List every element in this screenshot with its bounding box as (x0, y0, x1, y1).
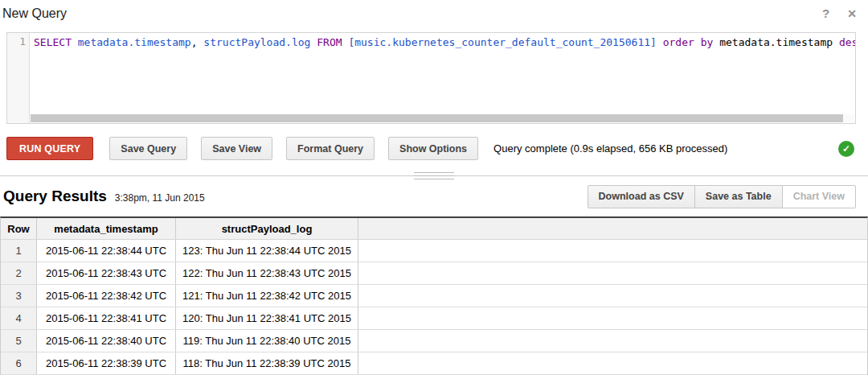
button-save-query[interactable]: Save Query (109, 137, 187, 160)
code-token-field: structPayload.log (203, 36, 310, 48)
code-token-keyword: SELECT (34, 36, 72, 48)
data-cell: 121: Thu Jun 11 22:38:42 UTC 2015 (176, 285, 358, 307)
query-toolbar: RUN QUERY Save QuerySave ViewFormat Quer… (6, 137, 856, 160)
results-header: Query Results 3:38pm, 11 Jun 2015 Downlo… (0, 176, 868, 216)
results-buttons: Download as CSVSave as TableChart View (588, 185, 856, 208)
data-cell: 122: Thu Jun 11 22:38:43 UTC 2015 (176, 262, 358, 284)
code-token-plain (657, 36, 663, 48)
row-number-cell: 1 (1, 240, 37, 262)
query-code-line[interactable]: SELECT metadata.timestamp, structPayload… (34, 35, 855, 49)
code-token-keyword: by (701, 36, 714, 48)
table-row: 42015-06-11 22:38:41 UTC120: Thu Jun 11 … (1, 307, 867, 330)
editor-gutter: 1 (7, 33, 30, 123)
row-number-cell: 5 (1, 330, 37, 352)
button-save-as-table[interactable]: Save as Table (694, 185, 783, 208)
toolbar-buttons: Save QuerySave ViewFormat QueryShow Opti… (109, 137, 492, 160)
results-title: Query Results (3, 188, 107, 205)
button-chart-view: Chart View (782, 185, 856, 208)
data-cell: 2015-06-11 22:38:39 UTC (37, 352, 176, 374)
run-query-button[interactable]: RUN QUERY (6, 137, 93, 160)
help-icon[interactable]: ? (821, 6, 831, 21)
line-number: 1 (7, 35, 26, 47)
splitter-handle-icon[interactable] (414, 172, 454, 179)
data-cell: 2015-06-11 22:38:40 UTC (37, 330, 176, 352)
editor-code-area[interactable]: SELECT metadata.timestamp, structPayload… (31, 33, 855, 123)
column-header-metadata-timestamp: metadata_timestamp (37, 218, 176, 239)
table-body: 12015-06-11 22:38:44 UTC123: Thu Jun 11 … (1, 240, 867, 375)
panel-divider (0, 175, 868, 176)
data-cell: 2015-06-11 22:38:44 UTC (37, 240, 176, 262)
header-filler-cell (358, 218, 867, 239)
row-filler-cell (358, 307, 867, 329)
row-filler-cell (358, 330, 867, 352)
table-row: 22015-06-11 22:38:43 UTC122: Thu Jun 11 … (1, 262, 867, 285)
column-header-structpayload-log: structPayload_log (176, 218, 358, 239)
editor-hscrollbar-thumb[interactable] (31, 114, 843, 122)
table-row: 62015-06-11 22:38:39 UTC118: Thu Jun 11 … (1, 352, 867, 375)
data-cell: 2015-06-11 22:38:43 UTC (37, 262, 176, 284)
data-cell: 2015-06-11 22:38:42 UTC (37, 285, 176, 307)
code-token-plain (694, 36, 701, 48)
row-filler-cell (358, 352, 867, 374)
code-token-keyword: desc (839, 36, 855, 48)
code-token-plain (72, 36, 78, 48)
query-success-icon: ✓ (838, 141, 854, 157)
data-cell: 119: Thu Jun 11 22:38:40 UTC 2015 (176, 330, 358, 352)
row-number-cell: 3 (1, 285, 37, 307)
query-editor[interactable]: 1 SELECT metadata.timestamp, structPaylo… (6, 32, 856, 124)
code-token-keyword: order (663, 36, 694, 48)
code-token-field: [music.kubernetes_counter_default_count_… (348, 36, 657, 48)
button-download-as-csv[interactable]: Download as CSV (588, 185, 695, 208)
button-show-options[interactable]: Show Options (388, 137, 478, 160)
button-save-view[interactable]: Save View (201, 137, 272, 160)
results-table: Rowmetadata_timestampstructPayload_log 1… (0, 216, 868, 375)
row-number-cell: 2 (1, 262, 37, 284)
data-cell: 123: Thu Jun 11 22:38:44 UTC 2015 (176, 240, 358, 262)
table-row: 12015-06-11 22:38:44 UTC123: Thu Jun 11 … (1, 240, 867, 262)
code-token-plain: metadata.timestamp (713, 36, 839, 48)
editor-hscrollbar[interactable] (31, 114, 854, 122)
data-cell: 118: Thu Jun 11 22:38:39 UTC 2015 (176, 352, 358, 374)
code-token-field: metadata.timestamp (78, 36, 191, 48)
row-filler-cell (358, 262, 867, 284)
table-row: 52015-06-11 22:38:40 UTC119: Thu Jun 11 … (1, 330, 867, 352)
data-cell: 120: Thu Jun 11 22:38:41 UTC 2015 (176, 307, 358, 329)
table-row: 32015-06-11 22:38:42 UTC121: Thu Jun 11 … (1, 285, 867, 307)
row-number-cell: 6 (1, 352, 37, 374)
code-token-keyword: FROM (317, 36, 342, 48)
page-title: New Query (2, 6, 67, 21)
data-cell: 2015-06-11 22:38:41 UTC (37, 307, 176, 329)
button-format-query[interactable]: Format Query (286, 137, 375, 160)
panel-header: New Query ? ✕ (0, 0, 868, 32)
row-filler-cell (358, 240, 867, 262)
code-token-plain: , (191, 36, 204, 48)
table-header-row: Rowmetadata_timestampstructPayload_log (1, 218, 867, 240)
row-filler-cell (358, 285, 867, 307)
results-timestamp: 3:38pm, 11 Jun 2015 (115, 192, 205, 204)
close-icon[interactable]: ✕ (845, 6, 858, 21)
query-status-text: Query complete (0.9s elapsed, 656 KB pro… (493, 142, 727, 155)
results-title-block: Query Results 3:38pm, 11 Jun 2015 (3, 188, 205, 205)
column-header-row: Row (1, 218, 37, 239)
row-number-cell: 4 (1, 307, 37, 329)
